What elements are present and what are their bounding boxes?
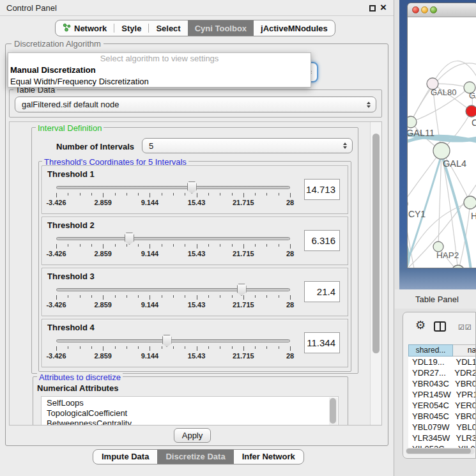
algorithm-option-manual[interactable]: Manual Discretization (8, 65, 311, 76)
table-row[interactable]: YLR345WYLR3 (408, 433, 476, 443)
threshold-slider-thumb[interactable] (162, 335, 172, 347)
tab-impute-data[interactable]: Impute Data (93, 450, 157, 464)
network-node-c[interactable] (466, 105, 476, 117)
slider-tick (266, 244, 267, 247)
slider-tick (185, 346, 185, 349)
tab-network[interactable]: Network (56, 20, 114, 36)
tab-infer-network[interactable]: Infer Network (234, 450, 303, 464)
attributes-scrollbar[interactable] (329, 397, 337, 426)
threshold-value-field[interactable]: 21.4 (304, 281, 340, 302)
close-icon[interactable]: × (380, 1, 387, 14)
attribute-list-item[interactable]: SelfLoops (42, 398, 338, 408)
network-edge-highlighted[interactable] (408, 240, 409, 268)
network-edge[interactable] (408, 151, 441, 204)
settings-vertical-scrollbar[interactable] (370, 122, 381, 426)
threshold-slider-track[interactable] (56, 237, 290, 240)
network-view-panel: GAL80GALCGAL11GAL4HGCY1HAP2 (399, 0, 476, 289)
slider-tick (220, 346, 220, 349)
tick-label: 21.715 (233, 301, 254, 309)
table-panel: ⚙ ☑☑ shared... na YDL19...YDL1YDR27...YD… (403, 312, 476, 459)
slider-tick-labels: -3.4262.8599.14415.4321.71528 (56, 250, 290, 258)
split-column-icon[interactable] (434, 321, 446, 332)
cell-shared-name: YIL052C (408, 443, 453, 448)
attributes-group: Attributes to discretize Numerical Attri… (33, 376, 348, 426)
slider-tick (138, 346, 139, 349)
slider-tick (266, 346, 267, 349)
table-scrollbar-thumb[interactable] (406, 449, 471, 454)
attribute-list-item[interactable]: TopologicalCoefficient (42, 408, 338, 418)
network-node-gal4[interactable] (433, 142, 450, 159)
tab-select[interactable]: Select (149, 20, 187, 36)
column-checkboxes-icon[interactable]: ☑☑ (458, 323, 472, 332)
slider-tick (279, 295, 279, 298)
table-row[interactable]: YBR043CYBR0 (408, 378, 476, 389)
tick-label: 28 (286, 250, 294, 257)
slider-tick (150, 346, 150, 351)
slider-tick (279, 193, 279, 196)
slider-tick (266, 193, 267, 196)
slider-tick (80, 193, 81, 196)
network-node[interactable] (452, 265, 464, 268)
minimize-traffic-light-icon[interactable] (421, 6, 428, 13)
table-row[interactable]: YBR045CYBR0 (408, 411, 476, 422)
cell-shared-name: YER054C (408, 400, 450, 411)
table-row[interactable]: YDL19...YDL1 (408, 357, 476, 367)
slider-tick (232, 193, 233, 196)
control-panel-tabbar: Network Style Select Cyni Toolbox jActiv… (55, 20, 335, 36)
network-node-gal11[interactable] (408, 116, 417, 128)
slider-tick (80, 295, 81, 298)
threshold-slider-track[interactable] (56, 288, 290, 291)
table-row[interactable]: YER054CYER0 (408, 400, 476, 411)
tick-label: -3.426 (46, 250, 66, 257)
zoom-traffic-light-icon[interactable] (430, 6, 437, 13)
slider-tick (173, 295, 174, 298)
tab-jactivemnodules-label: jActiveMNodules (261, 24, 328, 33)
attributes-group-title: Attributes to discretize (37, 372, 123, 382)
slider-tick (127, 244, 127, 247)
tick-label: 9.144 (141, 199, 159, 206)
gear-icon[interactable]: ⚙ (415, 319, 426, 331)
network-graph: GAL80GALCGAL11GAL4HGCY1HAP2 (408, 17, 476, 268)
threshold-value-field[interactable]: 11.344 (304, 332, 340, 353)
cell-name: YBR0 (450, 378, 476, 389)
threshold-slider-thumb[interactable] (187, 181, 197, 194)
table-panel-title: Table Panel (415, 295, 459, 304)
network-node-h[interactable] (464, 196, 476, 209)
threshold-value-field[interactable]: 6.316 (304, 230, 340, 251)
network-edge[interactable] (433, 61, 476, 84)
settings-scrollbar-thumb[interactable] (372, 134, 380, 353)
table-row[interactable]: YIL052CYIL0 (408, 443, 476, 448)
table-row[interactable]: YPR145WYPR1 (408, 389, 476, 400)
column-header-name[interactable]: na (453, 344, 476, 357)
attributes-scrollbar-thumb[interactable] (330, 398, 336, 424)
table-row[interactable]: YDR27...YDR2 (408, 367, 476, 378)
tab-jactivemnodules[interactable]: jActiveMNodules (254, 20, 335, 36)
threshold-slider-track[interactable] (56, 339, 290, 342)
close-traffic-light-icon[interactable] (412, 6, 419, 13)
apply-button[interactable]: Apply (174, 428, 211, 443)
float-window-icon[interactable] (369, 5, 376, 12)
table-horizontal-scrollbar[interactable] (406, 448, 475, 454)
cell-name: YLR3 (450, 433, 476, 443)
threshold-slider-thumb[interactable] (125, 233, 134, 245)
slider-tick (255, 193, 256, 196)
tick-label: 28 (286, 199, 294, 206)
threshold-slider-track[interactable] (56, 186, 290, 189)
network-canvas[interactable]: GAL80GALCGAL11GAL4HGCY1HAP2 (408, 17, 476, 268)
threshold-value-field[interactable]: 14.713 (304, 179, 340, 200)
slider-ticks (56, 346, 290, 351)
tab-cyni-toolbox[interactable]: Cyni Toolbox (188, 20, 254, 36)
tab-style[interactable]: Style (114, 20, 148, 36)
slider-tick (279, 346, 279, 349)
slider-tick (208, 244, 209, 247)
table-row[interactable]: YBL079WYBL0 (408, 422, 476, 433)
algorithm-option-equal-width[interactable]: Equal Width/Frequency Discretization (8, 76, 311, 88)
slider-tick (220, 295, 220, 298)
threshold-slider-thumb[interactable] (237, 284, 247, 296)
table-data-combobox[interactable]: galFiltered.sif default node (15, 96, 376, 112)
slider-tick (68, 193, 68, 196)
attribute-list-item[interactable]: BetweennessCentrality (42, 418, 338, 426)
number-of-intervals-combobox[interactable]: 5 (142, 138, 353, 153)
tab-discretize-data[interactable]: Discretize Data (157, 450, 233, 464)
column-header-shared-name[interactable]: shared... (408, 344, 453, 357)
